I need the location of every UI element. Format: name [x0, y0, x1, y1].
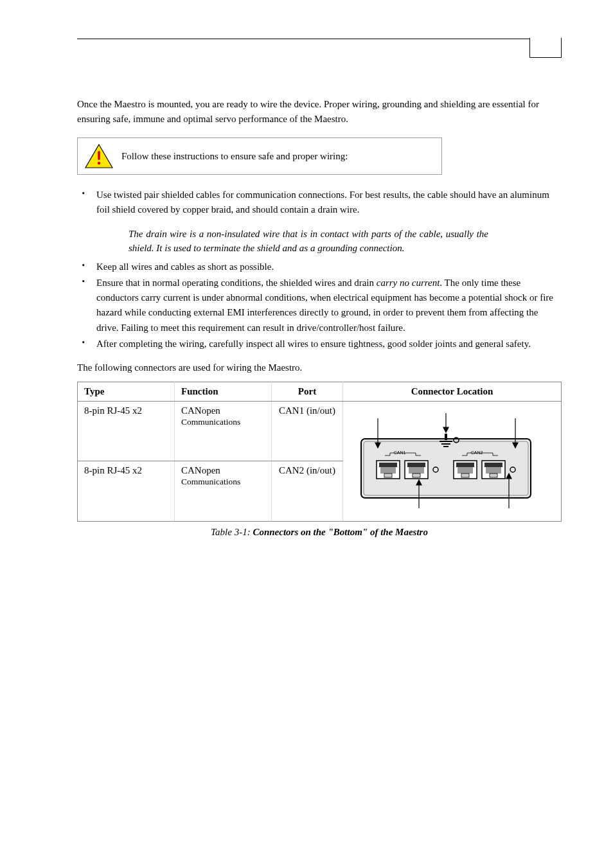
col-port: Port [272, 382, 343, 401]
table-row: 8-pin RJ-45 x2 CANopen Communications CA… [78, 401, 562, 461]
svg-rect-11 [379, 463, 397, 467]
bullet-list-a: Use twisted pair shielded cables for com… [77, 188, 562, 218]
bullet-list-b: Keep all wires and cables as short as po… [77, 260, 562, 352]
caution-text: Follow these instructions to ensure safe… [121, 151, 348, 162]
list-item: Use twisted pair shielded cables for com… [77, 188, 562, 218]
cell-type: 8-pin RJ-45 x2 [78, 461, 175, 522]
caution-box: Follow these instructions to ensure safe… [77, 137, 442, 175]
col-function: Function [175, 382, 272, 401]
col-type: Type [78, 382, 175, 401]
connector-diagram-cell: CAN1 CAN2 [343, 401, 562, 521]
cell-port: CAN2 (in/out) [272, 461, 343, 522]
svg-point-2 [98, 162, 100, 164]
svg-rect-13 [384, 474, 392, 477]
svg-rect-21 [458, 467, 473, 474]
connector-table: Type Function Port Connector Location 8-… [77, 382, 562, 522]
intro-paragraph: Once the Maestro is mounted, you are rea… [77, 97, 562, 126]
cell-function: CANopen Communications [175, 461, 272, 522]
cell-type: 8-pin RJ-45 x2 [78, 401, 175, 461]
drain-wire-definition: The drain wire is a non-insulated wire t… [129, 227, 488, 256]
cell-port: CAN1 (in/out) [272, 401, 343, 461]
svg-rect-24 [484, 463, 502, 467]
list-item: After completing the wiring, carefully i… [77, 337, 562, 351]
svg-rect-15 [407, 463, 425, 467]
svg-rect-12 [380, 467, 396, 474]
list-item: Ensure that in normal operating conditio… [77, 276, 562, 335]
svg-marker-31 [443, 427, 449, 432]
svg-rect-26 [490, 474, 497, 477]
svg-rect-25 [486, 467, 501, 474]
svg-rect-22 [461, 474, 469, 477]
cell-function: CANopen Communications [175, 401, 272, 461]
svg-rect-1 [98, 151, 100, 160]
list-item: Keep all wires and cables as short as po… [77, 260, 562, 274]
can1-label: CAN1 [394, 450, 406, 455]
svg-rect-17 [413, 474, 420, 477]
svg-rect-5 [445, 434, 447, 440]
table-caption: Table 3-1: Connectors on the "Bottom" of… [77, 527, 562, 538]
svg-rect-20 [456, 463, 474, 467]
page-tab [529, 38, 562, 58]
can2-label: CAN2 [471, 450, 483, 455]
caution-icon [84, 143, 114, 169]
header-rule [77, 39, 562, 39]
connector-diagram: CAN1 CAN2 [350, 405, 542, 517]
col-location: Connector Location [343, 382, 562, 401]
following-paragraph: The following connectors are used for wi… [77, 360, 562, 375]
svg-rect-16 [409, 467, 424, 474]
